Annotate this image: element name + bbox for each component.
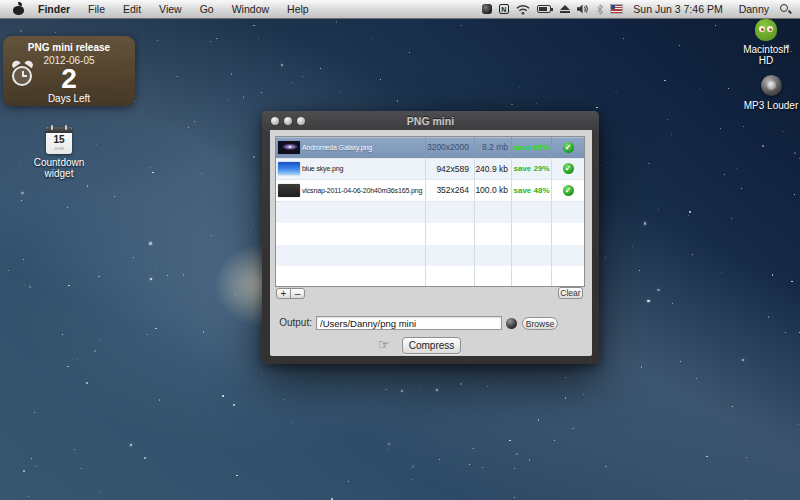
menu-app-name[interactable]: Finder: [29, 0, 79, 18]
drive-icon-label: Macintosh HD: [736, 44, 796, 66]
file-size-cell: [474, 223, 511, 245]
table-row[interactable]: vlcsnap-2011-04-06-20h40m36s165.png352x2…: [276, 180, 584, 202]
file-table: Andromeda Galaxy.png3200x20008.2 mbsave …: [275, 136, 585, 287]
alarm-clock-icon: [10, 60, 36, 88]
file-name-cell: [302, 202, 425, 224]
browse-button[interactable]: Browse: [522, 317, 558, 330]
file-thumbnail: [278, 184, 300, 197]
apple-menu-icon[interactable]: [13, 3, 24, 15]
file-check-cell: ✓: [551, 159, 584, 180]
countdown-widget-icon[interactable]: 15JUNE Countdown widget: [18, 127, 100, 179]
wifi-icon[interactable]: [512, 0, 533, 18]
png-mini-window: PNG mini Andromeda Galaxy.png3200x20008.…: [262, 111, 599, 364]
battery-icon[interactable]: [533, 0, 556, 18]
widget-title: PNG mini release: [3, 42, 135, 53]
file-name-cell: Andromeda Galaxy.png: [302, 137, 425, 158]
file-save-cell: [511, 202, 551, 224]
file-thumb-cell: [276, 266, 302, 287]
drive-icon: [753, 15, 779, 42]
menu-user[interactable]: Danny: [731, 3, 777, 15]
table-row[interactable]: Andromeda Galaxy.png3200x20008.2 mbsave …: [276, 137, 584, 159]
file-dims-cell: [425, 245, 474, 267]
remove-file-button[interactable]: –: [290, 288, 305, 299]
file-dims-cell: [425, 202, 474, 224]
menu-view[interactable]: View: [150, 0, 191, 18]
add-file-button[interactable]: +: [276, 288, 291, 299]
file-dims-cell: 942x589: [425, 159, 474, 180]
file-name-cell: [302, 245, 425, 267]
file-size-cell: 240.9 kb: [474, 159, 511, 180]
file-thumb-cell: [276, 245, 302, 267]
file-dims-cell: 3200x2000: [425, 137, 474, 158]
file-dims-cell: [425, 266, 474, 287]
table-row-empty[interactable]: [276, 266, 584, 287]
file-save-cell: save 29%: [511, 159, 551, 180]
file-name-cell: vlcsnap-2011-04-06-20h40m36s165.png: [302, 180, 425, 201]
file-save-cell: save 48%: [511, 180, 551, 201]
zoom-button[interactable]: [297, 117, 305, 125]
file-save-cell: [511, 266, 551, 287]
menu-edit[interactable]: Edit: [114, 0, 150, 18]
file-check-cell: [551, 266, 584, 287]
output-path-field[interactable]: /Users/Danny/png mini: [316, 316, 502, 330]
speaker-icon-label: MP3 Louder: [730, 100, 800, 111]
status-app-icon[interactable]: [478, 0, 495, 18]
menu-bar: Finder File Edit View Go Window Help N S…: [0, 0, 800, 19]
menu-clock[interactable]: Sun Jun 3 7:46 PM: [625, 3, 730, 15]
clear-path-button[interactable]: [506, 318, 517, 329]
file-name-cell: [302, 266, 425, 287]
file-size-cell: 8.2 mb: [474, 137, 511, 158]
menu-help[interactable]: Help: [278, 0, 318, 18]
file-save-cell: save 65%: [511, 137, 551, 158]
file-size-cell: [474, 245, 511, 267]
input-language-flag-icon[interactable]: [607, 0, 625, 18]
table-row[interactable]: blue skye.png942x589240.9 kbsave 29%✓: [276, 159, 584, 181]
table-row-empty[interactable]: [276, 202, 584, 224]
menu-window[interactable]: Window: [223, 0, 278, 18]
desktop-icon-mp3-louder[interactable]: MP3 Louder: [730, 74, 800, 111]
file-thumb-cell: [276, 159, 302, 180]
file-size-cell: 100.0 kb: [474, 180, 511, 201]
volume-icon[interactable]: [573, 0, 592, 18]
table-row-empty[interactable]: [276, 245, 584, 267]
file-size-cell: [474, 202, 511, 224]
file-check-cell: [551, 202, 584, 224]
window-content: Andromeda Galaxy.png3200x20008.2 mbsave …: [270, 130, 592, 356]
bluetooth-icon[interactable]: [592, 0, 607, 18]
file-name-cell: [302, 223, 425, 245]
countdown-icon-label: Countdown widget: [24, 157, 94, 179]
file-thumb-cell: [276, 202, 302, 224]
eject-icon[interactable]: [556, 0, 573, 18]
file-check-cell: [551, 223, 584, 245]
output-label: Output:: [270, 317, 312, 328]
file-save-cell: [511, 245, 551, 267]
minimize-button[interactable]: [284, 117, 292, 125]
compress-button[interactable]: Compress: [402, 337, 461, 354]
file-dims-cell: 352x264: [425, 180, 474, 201]
clear-button[interactable]: Clear: [558, 287, 583, 299]
file-thumbnail: [278, 141, 300, 154]
file-name-cell: blue skye.png: [302, 159, 425, 180]
file-dims-cell: [425, 223, 474, 245]
desktop-icon-macintosh-hd[interactable]: Macintosh HD: [725, 15, 800, 66]
file-save-cell: [511, 223, 551, 245]
spotlight-icon[interactable]: [780, 4, 791, 15]
window-titlebar[interactable]: PNG mini: [262, 111, 599, 130]
check-icon: ✓: [563, 163, 574, 174]
check-icon: ✓: [563, 185, 574, 196]
menu-file[interactable]: File: [79, 0, 114, 18]
menu-go[interactable]: Go: [191, 0, 223, 18]
check-icon: ✓: [563, 142, 574, 153]
file-check-cell: [551, 245, 584, 267]
file-thumb-cell: [276, 223, 302, 245]
close-button[interactable]: [271, 117, 279, 125]
file-thumb-cell: [276, 180, 302, 201]
status-n-icon[interactable]: N: [495, 0, 512, 18]
speaker-icon: [760, 74, 783, 98]
widget-days-label: Days Left: [3, 93, 135, 104]
file-thumb-cell: [276, 137, 302, 158]
table-row-empty[interactable]: [276, 223, 584, 245]
window-title: PNG mini: [262, 115, 599, 127]
calendar-icon: 15JUNE: [46, 127, 72, 154]
countdown-widget[interactable]: PNG mini release 2012-06-05 2 Days Left: [3, 36, 135, 106]
